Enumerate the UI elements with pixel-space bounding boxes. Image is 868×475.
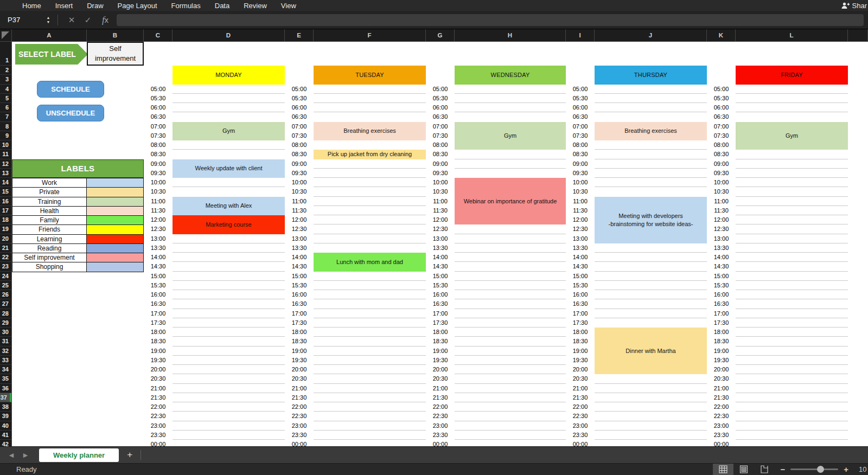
selected-label-cell[interactable]: Self improvement <box>87 42 144 66</box>
menu-item-formulas[interactable]: Formulas <box>164 2 208 10</box>
cancel-icon[interactable]: ✕ <box>63 15 80 25</box>
tab-scroll-left-icon[interactable]: ◀ <box>4 452 18 459</box>
column-header-C[interactable]: C <box>144 29 173 41</box>
row-header-11[interactable]: 11 <box>0 150 11 159</box>
label-name-cell[interactable]: Shopping <box>12 262 87 272</box>
row-header-23[interactable]: 23 <box>0 262 11 271</box>
row-header-37[interactable]: 37 <box>0 393 11 402</box>
column-header-I[interactable]: I <box>566 29 595 41</box>
zoom-slider[interactable] <box>790 468 838 470</box>
menu-item-page-layout[interactable]: Page Layout <box>111 2 164 10</box>
row-header-31[interactable]: 31 <box>0 337 11 346</box>
label-name-cell[interactable]: Self improvement <box>12 253 87 262</box>
row-header-22[interactable]: 22 <box>0 253 11 262</box>
row-header-16[interactable]: 16 <box>0 197 11 206</box>
column-header-E[interactable]: E <box>285 29 314 41</box>
unschedule-button[interactable]: UNSCHEDULE <box>37 105 104 121</box>
row-header-38[interactable]: 38 <box>0 402 11 412</box>
label-color-swatch[interactable] <box>87 253 144 262</box>
row-header-25[interactable]: 25 <box>0 281 11 290</box>
column-header-partial[interactable] <box>848 29 868 41</box>
row-header-35[interactable]: 35 <box>0 374 11 383</box>
row-header-4[interactable]: 4 <box>0 85 11 94</box>
zoom-slider-thumb[interactable] <box>817 466 824 473</box>
label-color-swatch[interactable] <box>87 197 144 207</box>
row-header-12[interactable]: 12 <box>0 159 11 169</box>
select-label-button[interactable]: SELECT LABEL <box>15 44 88 65</box>
menu-item-review[interactable]: Review <box>237 2 274 10</box>
column-header-G[interactable]: G <box>426 29 455 41</box>
normal-view-button[interactable] <box>713 464 733 475</box>
label-name-cell[interactable]: Reading <box>12 244 87 253</box>
label-color-swatch[interactable] <box>87 216 144 225</box>
confirm-icon[interactable]: ✓ <box>80 15 96 25</box>
menu-item-view[interactable]: View <box>274 2 303 10</box>
row-header-28[interactable]: 28 <box>0 309 11 318</box>
menu-item-insert[interactable]: Insert <box>48 2 80 10</box>
menu-item-draw[interactable]: Draw <box>80 2 110 10</box>
menu-item-data[interactable]: Data <box>208 2 237 10</box>
label-name-cell[interactable]: Private <box>12 188 87 197</box>
column-header-K[interactable]: K <box>707 29 736 41</box>
label-color-swatch[interactable] <box>87 225 144 234</box>
label-color-swatch[interactable] <box>87 262 144 272</box>
event-block-gym[interactable]: Gym <box>173 122 285 141</box>
row-header-14[interactable]: 14 <box>0 178 11 187</box>
row-header-7[interactable]: 7 <box>0 112 11 121</box>
label-name-cell[interactable]: Health <box>12 207 87 216</box>
row-header-1[interactable]: 1 <box>0 42 11 66</box>
event-block-meeting-with-developers[interactable]: Meeting with developers-brainstoming for… <box>595 197 707 243</box>
column-header-D[interactable]: D <box>173 29 285 41</box>
column-header-L[interactable]: L <box>736 29 848 41</box>
schedule-button[interactable]: SCHEDULE <box>37 81 104 98</box>
column-header-J[interactable]: J <box>595 29 707 41</box>
row-header-39[interactable]: 39 <box>0 412 11 421</box>
label-color-swatch[interactable] <box>87 244 144 253</box>
row-header-17[interactable]: 17 <box>0 206 11 215</box>
formula-input[interactable] <box>117 14 864 26</box>
page-break-view-button[interactable] <box>754 464 775 475</box>
column-header-B[interactable]: B <box>87 29 144 41</box>
row-header-19[interactable]: 19 <box>0 224 11 234</box>
label-name-cell[interactable]: Learning <box>12 235 87 244</box>
label-color-swatch[interactable] <box>87 235 144 244</box>
row-header-18[interactable]: 18 <box>0 215 11 224</box>
row-header-24[interactable]: 24 <box>0 272 11 281</box>
row-header-13[interactable]: 13 <box>0 169 11 178</box>
row-header-27[interactable]: 27 <box>0 299 11 309</box>
share-button[interactable]: Shar <box>841 0 867 11</box>
row-header-33[interactable]: 33 <box>0 356 11 365</box>
event-block-webinar-on-importance-of-gratitude[interactable]: Webinar on importance of gratitude <box>455 178 566 224</box>
menu-item-home[interactable]: Home <box>15 2 48 10</box>
event-block-gym[interactable]: Gym <box>736 122 848 150</box>
event-block-pick-up-jacket-from-dry-cleaning[interactable]: Pick up jacket from dry cleaning <box>314 150 426 159</box>
function-icon[interactable]: fx <box>96 15 114 25</box>
label-name-cell[interactable]: Friends <box>12 225 87 234</box>
label-color-swatch[interactable] <box>87 207 144 216</box>
select-all-corner[interactable] <box>0 29 12 42</box>
zoom-in-button[interactable]: + <box>844 465 848 473</box>
event-block-gym[interactable]: Gym <box>455 122 566 150</box>
row-header-30[interactable]: 30 <box>0 328 11 337</box>
event-block-breathing-exercises[interactable]: Breathing exercises <box>314 122 426 141</box>
column-header-F[interactable]: F <box>314 29 426 41</box>
name-box-spinner[interactable]: ▲▼ <box>43 16 53 24</box>
row-header-3[interactable]: 3 <box>0 75 11 84</box>
sheet-tab-weekly-planner[interactable]: Weekly planner <box>39 448 119 462</box>
row-header-15[interactable]: 15 <box>0 187 11 196</box>
row-header-21[interactable]: 21 <box>0 243 11 253</box>
row-header-8[interactable]: 8 <box>0 122 11 131</box>
label-name-cell[interactable]: Family <box>12 216 87 225</box>
row-header-6[interactable]: 6 <box>0 103 11 112</box>
row-header-10[interactable]: 10 <box>0 140 11 150</box>
label-color-swatch[interactable] <box>87 178 144 188</box>
row-header-32[interactable]: 32 <box>0 346 11 356</box>
label-color-swatch[interactable] <box>87 188 144 197</box>
row-header-40[interactable]: 40 <box>0 421 11 431</box>
row-header-9[interactable]: 9 <box>0 131 11 140</box>
row-header-34[interactable]: 34 <box>0 365 11 374</box>
label-name-cell[interactable]: Training <box>12 197 87 207</box>
row-header-36[interactable]: 36 <box>0 384 11 393</box>
tab-scroll-right-icon[interactable]: ▶ <box>18 452 33 459</box>
label-name-cell[interactable]: Work <box>12 178 87 188</box>
